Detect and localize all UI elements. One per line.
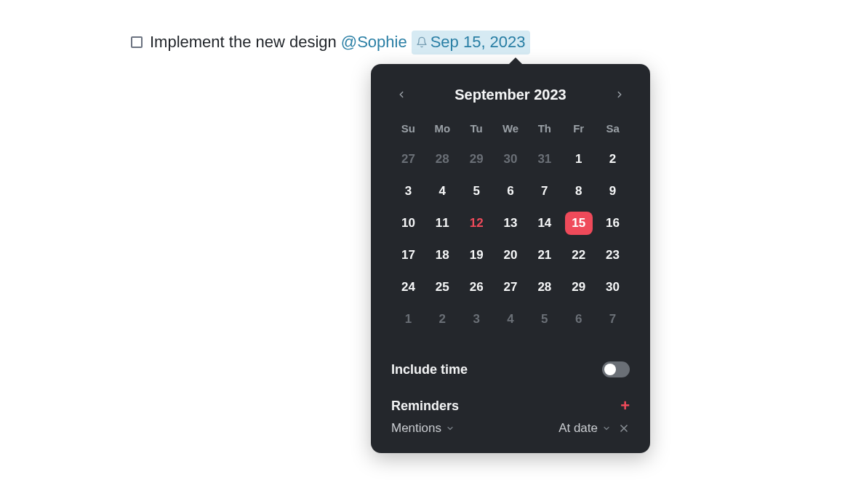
chevron-left-icon [396,89,407,100]
reminder-row: Mentions At date [391,418,630,436]
task-checkbox[interactable] [131,36,143,48]
calendar-day[interactable]: 18 [425,244,460,267]
calendar-dow: Su [391,122,425,139]
calendar-day[interactable]: 3 [391,180,425,203]
calendar-dow: Sa [596,122,630,139]
calendar-dow: Th [527,122,561,139]
date-chip-label: Sep 15, 2023 [430,31,526,54]
remove-reminder-button[interactable] [618,423,630,434]
calendar-day[interactable]: 27 [391,148,425,171]
calendar-day[interactable]: 13 [494,212,528,235]
calendar-header: September 2023 [391,84,630,105]
calendar-dow: Fr [561,122,596,139]
calendar-month-title: September 2023 [454,87,566,103]
calendar-day[interactable]: 28 [425,148,460,171]
prev-month-button[interactable] [391,84,412,105]
calendar-day[interactable]: 21 [527,244,561,267]
calendar-day[interactable]: 30 [494,148,528,171]
calendar-day[interactable]: 5 [460,180,494,203]
toggle-knob [604,364,616,375]
calendar-grid: SuMoTuWeThFrSa27282930311234567891011121… [391,122,630,331]
calendar-day[interactable]: 14 [527,212,561,235]
calendar-day[interactable]: 5 [527,308,561,331]
date-chip[interactable]: Sep 15, 2023 [412,31,530,55]
chevron-down-icon [446,424,454,433]
calendar-day[interactable]: 6 [561,308,596,331]
calendar-day[interactable]: 24 [391,276,425,299]
calendar-day[interactable]: 27 [494,276,528,299]
task-text: Implement the new design [150,31,337,54]
calendar-day[interactable]: 15 [565,212,593,235]
calendar-day[interactable]: 12 [460,212,494,235]
calendar-day[interactable]: 25 [425,276,460,299]
calendar-day[interactable]: 29 [460,148,494,171]
reminders-label: Reminders [391,399,459,414]
date-picker-popover: September 2023 SuMoTuWeThFrSa27282930311… [371,64,650,453]
calendar-day[interactable]: 3 [460,308,494,331]
calendar-dow: Tu [460,122,494,139]
calendar-day[interactable]: 16 [596,212,630,235]
calendar-day[interactable]: 4 [425,180,460,203]
calendar-day[interactable]: 2 [596,148,630,171]
next-month-button[interactable] [609,84,630,105]
reminder-when-select[interactable]: At date [558,421,611,436]
calendar-day[interactable]: 29 [561,276,596,299]
calendar-day[interactable]: 17 [391,244,425,267]
calendar-day[interactable]: 10 [391,212,425,235]
calendar-day[interactable]: 1 [561,148,596,171]
calendar-day[interactable]: 22 [561,244,596,267]
chevron-down-icon [602,424,611,433]
calendar-day[interactable]: 31 [527,148,561,171]
calendar-day[interactable]: 30 [596,276,630,299]
calendar-day[interactable]: 4 [494,308,528,331]
include-time-label: Include time [391,362,468,377]
bell-icon [416,36,428,48]
calendar-day[interactable]: 8 [561,180,596,203]
calendar-day[interactable]: 11 [425,212,460,235]
calendar-day[interactable]: 9 [596,180,630,203]
reminder-type-label: Mentions [391,421,441,436]
include-time-toggle[interactable] [602,361,630,377]
calendar-day[interactable]: 20 [494,244,528,267]
calendar-day[interactable]: 6 [494,180,528,203]
calendar-day[interactable]: 19 [460,244,494,267]
close-icon [618,423,630,434]
calendar-dow: Mo [425,122,460,139]
reminder-when-label: At date [558,421,598,436]
add-reminder-button[interactable]: + [620,398,630,414]
chevron-right-icon [614,89,625,100]
reminders-header-row: Reminders + [391,388,630,418]
calendar-dow: We [494,122,528,139]
include-time-row: Include time [391,351,630,388]
calendar-day[interactable]: 26 [460,276,494,299]
calendar-day[interactable]: 7 [527,180,561,203]
mention-chip[interactable]: @Sophie [341,31,407,54]
calendar-day[interactable]: 7 [596,308,630,331]
calendar-day[interactable]: 2 [425,308,460,331]
reminder-type-select[interactable]: Mentions [391,421,454,436]
task-row: Implement the new design @Sophie Sep 15,… [131,31,530,55]
calendar-day[interactable]: 1 [391,308,425,331]
calendar-day[interactable]: 28 [527,276,561,299]
calendar-day[interactable]: 23 [596,244,630,267]
